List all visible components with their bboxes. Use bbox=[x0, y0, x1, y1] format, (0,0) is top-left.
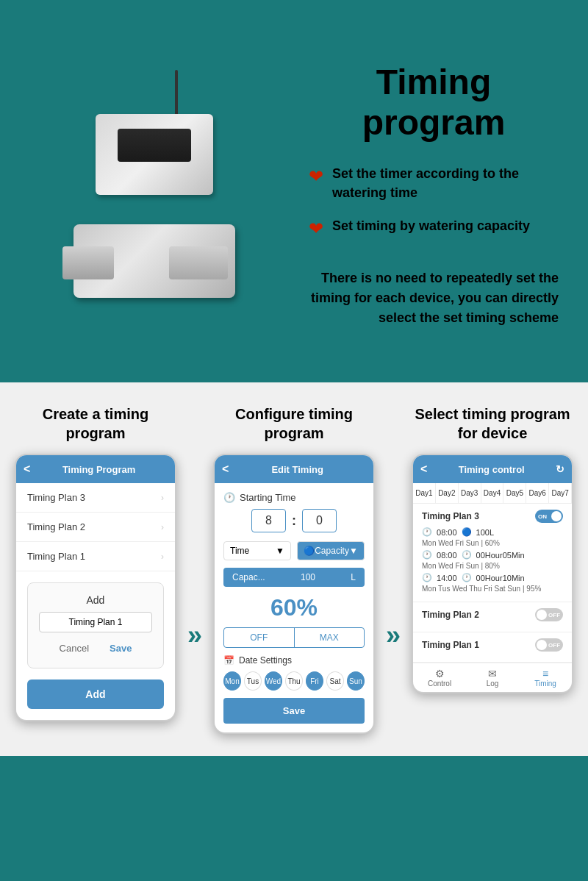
day-tab-6[interactable]: Day6 bbox=[526, 483, 549, 503]
add-bottom-button[interactable]: Add bbox=[27, 680, 164, 709]
days-tabs-row: Day1 Day2 Day3 Day4 Day5 Day6 Day7 bbox=[413, 483, 572, 504]
time-dropdown[interactable]: Time ▼ bbox=[223, 541, 291, 560]
device-image-area bbox=[15, 22, 294, 368]
capacity-dropdown-arrow: ▼ bbox=[349, 546, 358, 556]
entry-3: 🕐 14:00 🕐 00Hour10Min bbox=[422, 573, 563, 582]
day-sun[interactable]: Sun bbox=[347, 671, 365, 691]
toggle-knob-3 bbox=[537, 640, 547, 650]
nav-control[interactable]: ⚙ Control bbox=[413, 668, 466, 688]
capacity-icon: 🔵 bbox=[304, 546, 315, 556]
step-1-title: Create a timing program bbox=[15, 404, 176, 443]
plan2-header: Timing Plan 2 OFF bbox=[422, 608, 563, 621]
control-icon: ⚙ bbox=[413, 668, 466, 680]
add-dialog: Add Cancel Save bbox=[27, 582, 164, 668]
plan3-header: Timing Plan 3 ON bbox=[422, 510, 563, 523]
phone2-body: 🕐 Starting Time 8 : 0 Time ▼ bbox=[215, 483, 373, 732]
minute-box[interactable]: 0 bbox=[302, 509, 337, 532]
description-text: There is no need to repeatedly set the t… bbox=[309, 268, 559, 328]
plan1-toggle[interactable]: OFF bbox=[535, 638, 563, 652]
list-item-plan2[interactable]: Timing Plan 2 › bbox=[16, 513, 175, 542]
bullet-text-2: Set timing by watering capacity bbox=[332, 217, 530, 235]
phone-1-mockup: < Timing Program Timing Plan 3 › Timing … bbox=[15, 454, 176, 721]
day-tab-3[interactable]: Day3 bbox=[459, 483, 481, 503]
plan3-name: Timing Plan 3 bbox=[422, 511, 479, 521]
max-button[interactable]: MAX bbox=[295, 628, 365, 647]
clock-icon-2: 🕐 bbox=[422, 550, 432, 560]
hour-box[interactable]: 8 bbox=[251, 509, 286, 532]
refresh-icon[interactable]: ↻ bbox=[556, 463, 564, 475]
back-icon[interactable]: < bbox=[24, 463, 30, 476]
bullet-text-1: Set the timer according to the watering … bbox=[332, 165, 559, 201]
toggle-knob-1 bbox=[551, 511, 562, 521]
clock-icon-3: 🕐 bbox=[422, 573, 432, 582]
back-icon-2[interactable]: < bbox=[222, 463, 229, 476]
entry1-detail: 100L bbox=[476, 528, 494, 537]
dropdowns-row: Time ▼ 🔵 Capacity ▼ bbox=[223, 541, 365, 560]
dialog-buttons: Cancel Save bbox=[39, 640, 152, 657]
capacity-bar: Capac... 100 L bbox=[223, 568, 365, 587]
day-tab-7[interactable]: Day7 bbox=[549, 483, 572, 503]
phone-2-mockup: < Edit Timing 🕐 Starting Time 8 : 0 bbox=[213, 454, 375, 734]
day-tus[interactable]: Tus bbox=[244, 671, 262, 691]
arrow-1: » bbox=[187, 404, 202, 734]
phone2-header: < Edit Timing bbox=[215, 455, 373, 483]
entry2-time: 08:00 bbox=[437, 551, 457, 560]
time-icon-3: 🕐 bbox=[462, 573, 472, 582]
list-item-plan1[interactable]: Timing Plan 1 › bbox=[16, 542, 175, 571]
entry2-sub: Mon Wed Fri Sun | 80% bbox=[422, 562, 563, 570]
date-section: 📅 Date Settings Mon Tus Wed Thu Fri Sat … bbox=[223, 655, 365, 691]
day-thu[interactable]: Thu bbox=[285, 671, 303, 691]
plan2-toggle[interactable]: OFF bbox=[535, 608, 563, 621]
day-fri[interactable]: Fri bbox=[306, 671, 323, 691]
starting-time-label: 🕐 Starting Time bbox=[223, 492, 365, 503]
day-tab-4[interactable]: Day4 bbox=[481, 483, 504, 503]
clock-icon-1: 🕐 bbox=[422, 527, 432, 537]
heart-icon-1: ❤ bbox=[309, 166, 323, 187]
day-tab-1[interactable]: Day1 bbox=[413, 483, 436, 503]
valve-pipe-left bbox=[62, 246, 114, 279]
entry3-time: 14:00 bbox=[437, 574, 457, 582]
percent-display: 60% bbox=[223, 594, 365, 621]
capacity-dropdown[interactable]: 🔵 Capacity ▼ bbox=[297, 541, 365, 560]
toggle-on-label: ON bbox=[538, 513, 547, 520]
plan2-name: Timing Plan 2 bbox=[422, 610, 479, 620]
timing-icon: ≡ bbox=[519, 668, 572, 680]
add-dialog-title: Add bbox=[39, 594, 152, 606]
nav-timing-label: Timing bbox=[534, 680, 556, 688]
back-icon-3[interactable]: < bbox=[420, 463, 427, 476]
list-item-plan3[interactable]: Timing Plan 3 › bbox=[16, 483, 175, 513]
plan2-label: Timing Plan 2 bbox=[27, 521, 85, 532]
plan1-label: Timing Plan 1 bbox=[27, 551, 85, 562]
plan-2-item: Timing Plan 2 OFF bbox=[413, 602, 572, 632]
entry-1: 🕐 08:00 🔵 100L bbox=[422, 527, 563, 537]
entry1-time: 08:00 bbox=[437, 528, 457, 537]
plan3-toggle[interactable]: ON bbox=[535, 510, 563, 523]
step-3-column: Select timing program for device < Timin… bbox=[412, 404, 573, 734]
entry3-sub: Mon Tus Wed Thu Fri Sat Sun | 95% bbox=[422, 585, 563, 593]
capacity-dropdown-label: Capacity bbox=[315, 546, 349, 556]
plan-name-input[interactable] bbox=[39, 612, 152, 632]
time-icon-2: 🕐 bbox=[462, 550, 472, 560]
day-mon[interactable]: Mon bbox=[223, 671, 241, 691]
phone-3-mockup: < Timing control ↻ Day1 Day2 Day3 Day4 D… bbox=[412, 454, 573, 693]
day-tab-5[interactable]: Day5 bbox=[503, 483, 526, 503]
steps-row: Create a timing program < Timing Program… bbox=[15, 404, 573, 734]
off-button[interactable]: OFF bbox=[224, 628, 295, 647]
time-colon: : bbox=[292, 513, 296, 529]
step-1-column: Create a timing program < Timing Program… bbox=[15, 404, 176, 734]
cancel-button[interactable]: Cancel bbox=[52, 640, 96, 657]
nav-log[interactable]: ✉ Log bbox=[466, 668, 519, 688]
page-title: Timing program bbox=[309, 62, 559, 143]
valve-pipe-right bbox=[169, 246, 228, 279]
day-wed[interactable]: Wed bbox=[265, 671, 282, 691]
day-sat[interactable]: Sat bbox=[326, 671, 344, 691]
day-tab-2[interactable]: Day2 bbox=[436, 483, 459, 503]
bottom-section: Create a timing program < Timing Program… bbox=[0, 382, 588, 756]
save-button-2[interactable]: Save bbox=[223, 698, 365, 724]
date-settings-label: 📅 Date Settings bbox=[223, 655, 365, 666]
step-2-title: Configure timing program bbox=[213, 404, 375, 443]
plan1-name: Timing Plan 1 bbox=[422, 640, 479, 650]
save-button[interactable]: Save bbox=[102, 640, 139, 657]
chevron-icon-3: › bbox=[161, 552, 164, 562]
nav-timing[interactable]: ≡ Timing bbox=[519, 668, 572, 688]
